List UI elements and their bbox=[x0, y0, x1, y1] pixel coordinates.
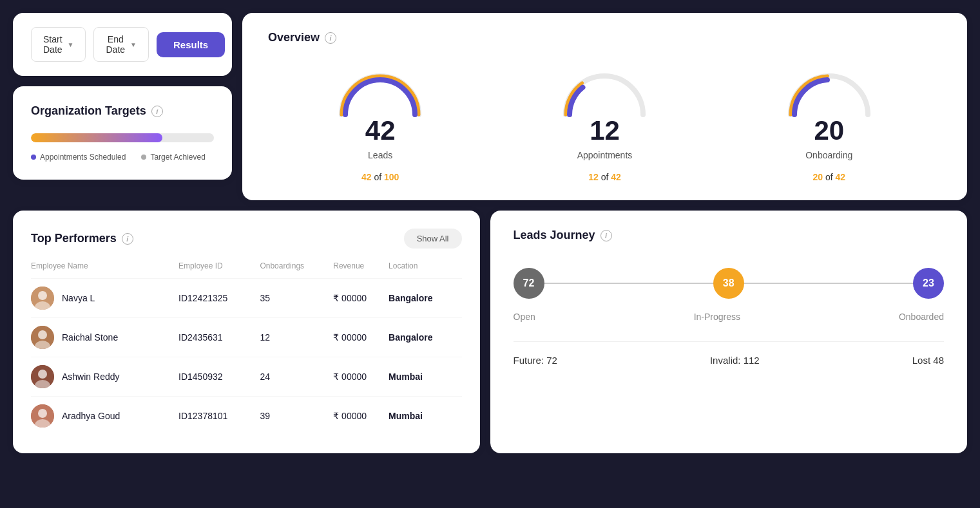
gauge-onboarding-svg bbox=[778, 60, 881, 118]
overview-card: Overview i 42 Leads 42 of 100 bbox=[242, 13, 967, 200]
gauge-leads-svg bbox=[329, 60, 432, 118]
legend-dot-scheduled bbox=[31, 155, 36, 160]
avatar-3 bbox=[31, 404, 54, 428]
avatar-svg-0 bbox=[31, 287, 54, 310]
end-date-button[interactable]: End Date ▼ bbox=[93, 27, 148, 62]
performer-location-1: Bangalore bbox=[389, 318, 461, 357]
gauge-onboarding-current: 20 bbox=[813, 172, 823, 182]
journey-stat-invalid: Invalid: 112 bbox=[710, 355, 760, 366]
journey-label-inprogress: In-Progress bbox=[694, 312, 740, 322]
performer-name-cell-1: Raichal Stone bbox=[31, 318, 178, 357]
gauge-leads-current: 42 bbox=[361, 172, 372, 182]
end-date-chevron-icon: ▼ bbox=[130, 41, 137, 48]
end-date-label: End Date bbox=[106, 34, 125, 55]
performer-revenue-3: ₹ 00000 bbox=[333, 397, 389, 436]
performer-id-2: ID1450932 bbox=[178, 357, 260, 397]
performer-name-1: Raichal Stone bbox=[62, 332, 118, 343]
journey-label-open: Open bbox=[514, 312, 535, 322]
start-date-chevron-icon: ▼ bbox=[68, 41, 74, 48]
avatar-0 bbox=[31, 287, 54, 310]
journey-node-open: 72 bbox=[514, 268, 544, 299]
date-filter-card: Start Date ▼ End Date ▼ Results bbox=[13, 13, 232, 76]
gauge-onboarding: 20 Onboarding 20 of 42 bbox=[778, 60, 881, 182]
leads-journey-info-icon[interactable]: i bbox=[600, 230, 612, 241]
table-row: Navya L ID12421325 35 ₹ 00000 Bangalore bbox=[31, 279, 462, 318]
col-employee-name: Employee Name bbox=[31, 261, 178, 279]
journey-track: 72 38 23 bbox=[514, 268, 945, 299]
avatar-1 bbox=[31, 326, 54, 349]
gauge-appointments-svg bbox=[553, 60, 656, 118]
legend: Appointments Scheduled Target Achieved bbox=[31, 153, 214, 162]
gauge-onboarding-label: Onboarding bbox=[805, 150, 852, 160]
col-employee-id: Employee ID bbox=[178, 261, 260, 279]
gauge-appointments-number: 12 bbox=[590, 115, 620, 146]
performer-location-2: Mumbai bbox=[389, 357, 461, 397]
gauge-onboarding-total: 42 bbox=[836, 172, 846, 182]
performer-onboardings-1: 12 bbox=[260, 318, 333, 357]
gauge-leads-number: 42 bbox=[365, 115, 396, 146]
journey-stat-future: Future: 72 bbox=[514, 355, 557, 366]
gauge-appointments-label: Appointments bbox=[577, 150, 633, 160]
svg-point-10 bbox=[38, 409, 47, 418]
org-targets-info-icon[interactable]: i bbox=[151, 106, 163, 117]
col-onboardings: Onboardings bbox=[260, 261, 333, 279]
legend-scheduled: Appointments Scheduled bbox=[31, 153, 126, 162]
org-targets-title: Organization Targets i bbox=[31, 104, 214, 118]
performer-onboardings-0: 35 bbox=[260, 279, 333, 318]
journey-node-inprogress: 38 bbox=[713, 268, 744, 299]
performer-revenue-1: ₹ 00000 bbox=[333, 318, 389, 357]
avatar-svg-3 bbox=[31, 404, 54, 428]
performer-id-0: ID12421325 bbox=[178, 279, 260, 318]
svg-point-4 bbox=[38, 330, 47, 339]
col-revenue: Revenue bbox=[333, 261, 389, 279]
avatar-svg-1 bbox=[31, 326, 54, 349]
top-performers-card: Top Performers i Show All Employee Name … bbox=[13, 211, 480, 453]
performer-onboardings-2: 24 bbox=[260, 357, 333, 397]
show-all-button[interactable]: Show All bbox=[404, 229, 462, 249]
svg-point-7 bbox=[38, 370, 47, 379]
performer-name-3: Aradhya Goud bbox=[62, 411, 120, 421]
gauge-appointments-sub: 12 of 42 bbox=[588, 172, 621, 182]
gauge-appointments-current: 12 bbox=[588, 172, 599, 182]
journey-stats: Future: 72 Invalid: 112 Lost 48 bbox=[514, 341, 945, 366]
gauge-leads: 42 Leads 42 of 100 bbox=[329, 60, 432, 182]
avatar-2 bbox=[31, 365, 54, 388]
performer-id-3: ID12378101 bbox=[178, 397, 260, 436]
gauge-leads-label: Leads bbox=[368, 150, 392, 160]
start-date-button[interactable]: Start Date ▼ bbox=[31, 27, 86, 62]
journey-label-onboarded: Onboarded bbox=[899, 312, 944, 322]
progress-bar-container bbox=[31, 133, 214, 142]
performer-location-0: Bangalore bbox=[389, 279, 461, 318]
svg-point-1 bbox=[38, 291, 47, 300]
leads-journey-title: Leads Journey i bbox=[514, 229, 945, 242]
gauge-appointments-total: 42 bbox=[611, 172, 621, 182]
top-performers-info-icon[interactable]: i bbox=[122, 233, 133, 245]
progress-bar-fill bbox=[31, 133, 162, 142]
performer-location-3: Mumbai bbox=[389, 397, 461, 436]
performer-name-cell-2: Ashwin Reddy bbox=[31, 357, 178, 397]
table-row: Ashwin Reddy ID1450932 24 ₹ 00000 Mumbai bbox=[31, 357, 462, 397]
overview-title: Overview i bbox=[268, 31, 941, 44]
performer-name-cell-3: Aradhya Goud bbox=[31, 397, 178, 436]
col-location: Location bbox=[389, 261, 461, 279]
journey-stat-lost: Lost 48 bbox=[912, 355, 944, 366]
performer-name-2: Ashwin Reddy bbox=[62, 372, 120, 382]
results-button[interactable]: Results bbox=[157, 32, 225, 57]
performer-name-cell-0: Navya L bbox=[31, 279, 178, 318]
overview-info-icon[interactable]: i bbox=[325, 32, 336, 44]
gauge-onboarding-sub: 20 of 42 bbox=[813, 172, 846, 182]
overview-gauges: 42 Leads 42 of 100 12 Appointments 12 of… bbox=[268, 60, 941, 182]
legend-dot-achieved bbox=[141, 155, 146, 160]
performer-revenue-2: ₹ 00000 bbox=[333, 357, 389, 397]
journey-labels: Open In-Progress Onboarded bbox=[514, 312, 945, 322]
performer-revenue-0: ₹ 00000 bbox=[333, 279, 389, 318]
performer-name-0: Navya L bbox=[62, 293, 95, 303]
leads-journey-card: Leads Journey i 72 38 23 Open In-Progres… bbox=[490, 211, 968, 453]
gauge-leads-sub: 42 of 100 bbox=[361, 172, 399, 182]
org-targets-card: Organization Targets i Appointments Sche… bbox=[13, 86, 232, 180]
start-date-label: Start Date bbox=[43, 34, 62, 55]
gauge-leads-total: 100 bbox=[384, 172, 399, 182]
gauge-appointments: 12 Appointments 12 of 42 bbox=[553, 60, 656, 182]
gauge-onboarding-number: 20 bbox=[814, 115, 844, 146]
table-row: Raichal Stone ID2435631 12 ₹ 00000 Banga… bbox=[31, 318, 462, 357]
